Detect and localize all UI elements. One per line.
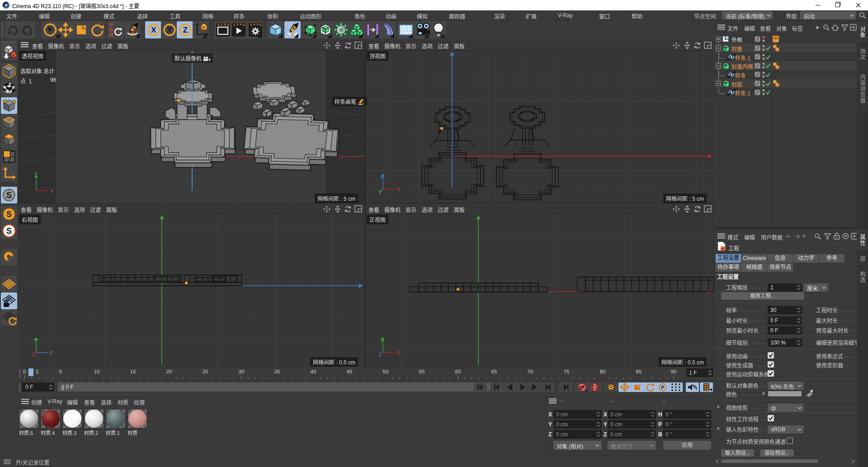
svg-text:R: R — [109, 32, 113, 38]
svg-text:55: 55 — [419, 369, 425, 374]
svg-text:X: X — [151, 26, 156, 34]
svg-text:30: 30 — [239, 369, 245, 374]
svg-text:S: S — [6, 226, 12, 236]
svg-text:S: S — [6, 191, 12, 200]
svg-text:Y: Y — [167, 26, 172, 34]
svg-text:5: 5 — [59, 369, 62, 374]
svg-text:90: 90 — [671, 369, 677, 374]
svg-text:10: 10 — [94, 369, 100, 374]
svg-text:80: 80 — [600, 369, 606, 374]
svg-text:S: S — [6, 210, 12, 219]
svg-text:85: 85 — [636, 369, 642, 374]
svg-text:35: 35 — [274, 369, 280, 374]
svg-text:0: 0 — [23, 369, 26, 374]
svg-text:65: 65 — [491, 369, 497, 374]
svg-text:Z: Z — [183, 26, 188, 34]
svg-text:1: 1 — [36, 369, 38, 374]
svg-text:70: 70 — [528, 369, 533, 374]
svg-text:P: P — [661, 385, 664, 390]
svg-text:40: 40 — [311, 369, 316, 374]
svg-text:60: 60 — [455, 369, 461, 374]
svg-text:50: 50 — [383, 369, 389, 374]
svg-text:25: 25 — [203, 369, 208, 374]
svg-text:20: 20 — [166, 369, 172, 374]
svg-text:75: 75 — [564, 369, 570, 374]
svg-text:45: 45 — [347, 369, 353, 374]
svg-text:15: 15 — [130, 369, 136, 374]
